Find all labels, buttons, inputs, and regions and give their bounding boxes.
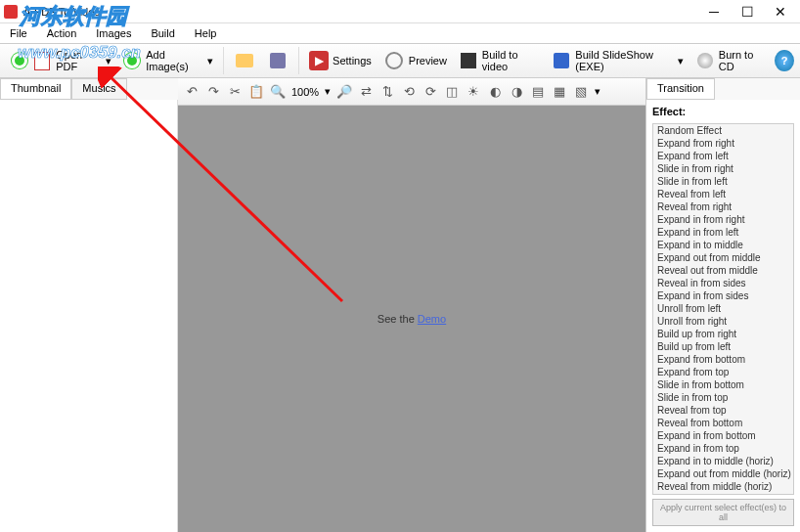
flip-v-icon[interactable]: ⇅ — [379, 84, 395, 100]
effect-item[interactable]: Reveal from middle (horiz) — [653, 480, 793, 493]
open-folder-button[interactable] — [230, 48, 259, 73]
minimize-button[interactable]: ─ — [698, 2, 730, 22]
effect-item[interactable]: Slide in from right — [653, 162, 793, 175]
chevron-down-icon[interactable]: ▾ — [595, 85, 600, 98]
redo-icon[interactable]: ↷ — [205, 84, 221, 100]
build-slideshow-button[interactable]: Build SlideShow (EXE) ▾ — [549, 47, 688, 74]
zoom-in-icon[interactable]: 🔍 — [270, 84, 286, 100]
effect-item[interactable]: Expand from top — [653, 366, 793, 378]
menu-help[interactable]: Help — [191, 25, 221, 41]
pdf-icon — [33, 50, 53, 71]
effect-item[interactable]: Slide in from top — [653, 391, 793, 404]
tab-transition[interactable]: Transition — [646, 78, 715, 100]
crop-icon[interactable]: ◫ — [444, 84, 460, 100]
help-button[interactable]: ? — [775, 50, 794, 71]
play-icon: ▶ — [309, 51, 329, 70]
effect-item[interactable]: Expand from left — [653, 150, 793, 162]
effect-item[interactable]: Reveal from left — [653, 188, 793, 200]
chevron-down-icon: ▾ — [106, 55, 111, 67]
rotate-left-icon[interactable]: ⟲ — [401, 84, 417, 100]
menu-images[interactable]: Images — [92, 25, 135, 41]
effect-item[interactable]: Expand from bottom — [653, 353, 793, 366]
plus-icon — [123, 50, 143, 71]
menu-action[interactable]: Action — [43, 25, 81, 41]
close-button[interactable]: ✕ — [765, 2, 796, 22]
burn-cd-button[interactable]: Burn to CD — [691, 47, 771, 74]
effect-item[interactable]: Expand in from right — [653, 213, 793, 226]
effect-item[interactable]: Expand in from left — [653, 226, 793, 239]
center-panel: ↶ ↷ ✂ 📋 🔍 100% ▾ 🔎 ⇄ ⇅ ⟲ ⟳ ◫ ☀ ◐ ◑ ▤ ▦ ▧… — [178, 78, 645, 532]
effect-item[interactable]: Slide in from bottom — [653, 378, 793, 391]
effect-item[interactable]: Reveal in from sides — [653, 277, 793, 289]
effect-item[interactable]: Build up from right — [653, 328, 793, 340]
demo-prefix: See the — [378, 313, 418, 325]
effects-listbox[interactable]: Random EffectExpand from rightExpand fro… — [652, 123, 794, 495]
effect-item[interactable]: Expand in from sides — [653, 289, 793, 302]
apply-effects-button[interactable]: Apply current select effect(es) to all — [652, 499, 794, 526]
effect-item[interactable]: Reveal from right — [653, 200, 793, 213]
window-title: A-PDF To Video — [23, 6, 100, 18]
undo-icon[interactable]: ↶ — [184, 84, 200, 100]
invert-icon[interactable]: ◑ — [509, 84, 524, 100]
canvas-toolbar: ↶ ↷ ✂ 📋 🔍 100% ▾ 🔎 ⇄ ⇅ ⟲ ⟳ ◫ ☀ ◐ ◑ ▤ ▦ ▧… — [178, 78, 645, 106]
left-panel: Thumbnail Musics — [0, 78, 178, 532]
zoom-value[interactable]: 100% — [291, 86, 319, 98]
effect-item[interactable]: Reveal from bottom — [653, 417, 793, 429]
film-icon — [459, 50, 478, 71]
add-images-button[interactable]: Add Image(s) ▾ — [119, 47, 218, 74]
titlebar: A-PDF To Video ─ ☐ ✕ — [0, 0, 800, 23]
flip-h-icon[interactable]: ⇄ — [358, 84, 374, 100]
effect-item[interactable]: Slide in from top / bottom — [653, 493, 793, 495]
open-pdf-button[interactable]: Open PDF ▾ — [6, 47, 115, 74]
settings-button[interactable]: ▶ Settings — [305, 49, 376, 72]
cut-icon[interactable]: ✂ — [227, 84, 243, 100]
effect-item[interactable]: Build up from left — [653, 340, 793, 353]
effect-item[interactable]: Unroll from left — [653, 302, 793, 315]
menu-build[interactable]: Build — [147, 25, 178, 41]
separator — [223, 47, 224, 74]
app-icon — [4, 5, 18, 19]
build-slideshow-label: Build SlideShow (EXE) — [575, 49, 674, 72]
maximize-button[interactable]: ☐ — [732, 2, 763, 22]
chevron-down-icon[interactable]: ▾ — [325, 85, 331, 98]
effect-item[interactable]: Reveal out from middle — [653, 264, 793, 277]
menu-file[interactable]: File — [6, 25, 31, 41]
effect-item[interactable]: Expand in to middle (horiz) — [653, 455, 793, 467]
effect-item[interactable]: Expand in to middle — [653, 239, 793, 251]
tab-musics[interactable]: Musics — [71, 78, 126, 100]
demo-text: See the Demo — [378, 312, 446, 326]
chevron-down-icon: ▾ — [207, 55, 213, 67]
plus-icon — [10, 50, 29, 71]
effect-item[interactable]: Slide in from left — [653, 175, 793, 188]
zoom-out-icon[interactable]: 🔎 — [336, 84, 352, 100]
rotate-right-icon[interactable]: ⟳ — [422, 84, 438, 100]
effect-item[interactable]: Expand from right — [653, 137, 793, 150]
demo-link[interactable]: Demo — [418, 313, 446, 325]
build-video-button[interactable]: Build to video — [455, 47, 545, 74]
save-icon — [267, 50, 289, 71]
contrast-icon[interactable]: ◐ — [487, 84, 503, 100]
effect-item[interactable]: Expand in from top — [653, 442, 793, 455]
brightness-icon[interactable]: ☀ — [466, 84, 481, 100]
tab-thumbnail[interactable]: Thumbnail — [0, 78, 71, 100]
folder-icon — [234, 50, 255, 71]
effect-item[interactable]: Expand out from middle — [653, 251, 793, 264]
effect-item[interactable]: Expand in from bottom — [653, 429, 793, 442]
canvas-area: See the Demo — [178, 106, 645, 532]
grayscale-icon[interactable]: ▤ — [530, 84, 546, 100]
paste-icon[interactable]: 📋 — [248, 84, 264, 100]
effect-icon[interactable]: ▦ — [552, 84, 567, 100]
effect-item[interactable]: Reveal from top — [653, 404, 793, 417]
palette-icon[interactable]: ▧ — [573, 84, 589, 100]
effect-item[interactable]: Unroll from right — [653, 315, 793, 328]
save-button[interactable] — [263, 48, 292, 73]
slideshow-icon — [553, 50, 572, 71]
effect-item[interactable]: Random Effect — [653, 124, 793, 137]
build-video-label: Build to video — [482, 49, 541, 72]
menubar: File Action Images Build Help — [0, 23, 800, 43]
burn-cd-label: Burn to CD — [719, 49, 767, 72]
effect-item[interactable]: Expand out from middle (horiz) — [653, 467, 793, 480]
magnifier-icon — [383, 50, 405, 71]
preview-button[interactable]: Preview — [379, 48, 451, 73]
cd-icon — [695, 50, 715, 71]
